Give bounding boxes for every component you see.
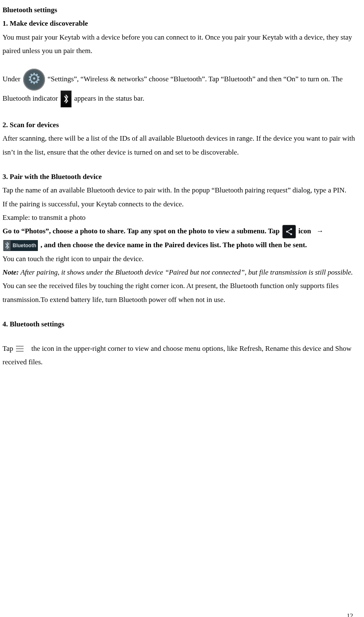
section-3-paragraph-2: If the pairing is successful, your Keyta… <box>3 198 356 211</box>
text-fragment: “Settings”, “Wireless & networks” choose… <box>3 75 343 102</box>
section-3-paragraph-4: You can touch the right icon to unpair t… <box>3 252 356 266</box>
section-2-heading: 2. Scan for devices <box>3 118 356 132</box>
page-title: Bluetooth settings <box>3 3 356 17</box>
note-text: After pairing, it shows under the Blueto… <box>19 268 353 276</box>
share-icon <box>282 225 296 238</box>
section-3-paragraph-3: Example: to transmit a photo <box>3 211 356 224</box>
section-1-paragraph-2: Under “Settings”, “Wireless & networks” … <box>3 69 356 107</box>
page-number: 12 <box>347 610 353 617</box>
section-3-paragraph-1: Tap the name of an available Bluetooth d… <box>3 184 356 197</box>
text-fragment: Go to “Photos”, choose a photo to share.… <box>3 227 282 235</box>
settings-icon <box>23 69 45 91</box>
section-3-heading: 3. Pair with the Bluetooth device <box>3 170 356 184</box>
bluetooth-button-icon: Bluetooth <box>3 240 38 251</box>
section-1-paragraph-1: You must pair your Keytab with a device … <box>3 31 356 58</box>
section-3-note: Note: After pairing, it shows under the … <box>3 266 356 279</box>
text-fragment: , and then choose the device name in the… <box>40 241 307 249</box>
menu-icon <box>16 345 24 353</box>
section-1-heading: 1. Make device discoverable <box>3 17 356 30</box>
bluetooth-button-label: Bluetooth <box>13 243 36 248</box>
text-fragment: icon → <box>298 227 325 235</box>
text-fragment: Under <box>3 75 22 83</box>
section-4-heading: 4. Bluetooth settings <box>3 318 356 331</box>
text-fragment: appears in the status bar. <box>74 94 144 102</box>
section-4-paragraph-1: Tap the icon in the upper-right corner t… <box>3 342 356 369</box>
section-3-paragraph-5: You can see the received files by touchi… <box>3 279 356 307</box>
text-fragment: the icon in the upper-right corner to vi… <box>3 345 351 366</box>
note-label: Note: <box>3 268 19 276</box>
section-2-paragraph-1: After scanning, there will be a list of … <box>3 132 356 159</box>
section-3-bold-instruction: Go to “Photos”, choose a photo to share.… <box>3 224 356 252</box>
bluetooth-indicator-icon <box>61 91 72 107</box>
text-fragment: Tap <box>3 345 15 353</box>
